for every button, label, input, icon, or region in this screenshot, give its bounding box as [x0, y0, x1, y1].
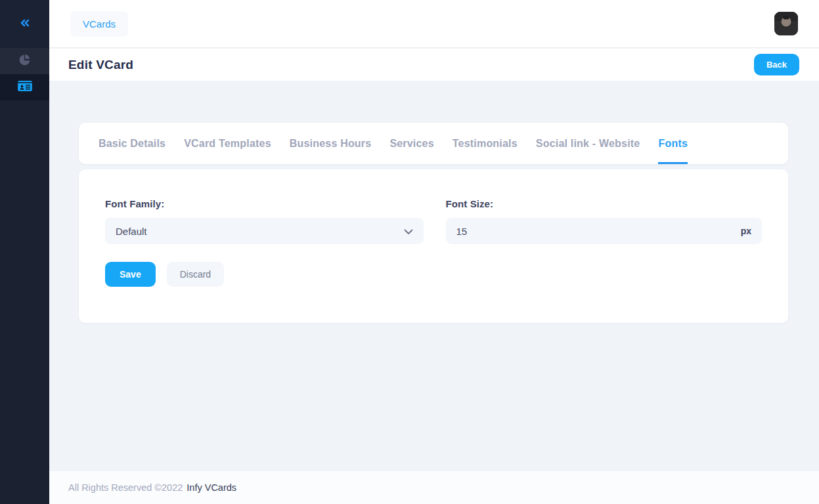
font-size-field-wrap: px: [446, 218, 763, 244]
footer-brand-link[interactable]: Infy VCards: [187, 482, 236, 493]
chevron-down-icon: [404, 226, 413, 237]
sidebar-item-dashboard[interactable]: [0, 48, 49, 74]
topbar: VCards: [49, 0, 819, 48]
font-size-unit: px: [741, 226, 751, 236]
pie-chart-icon: [18, 54, 31, 69]
back-button[interactable]: Back: [754, 54, 799, 75]
vcard-icon: [18, 80, 32, 94]
page-title: Edit VCard: [68, 58, 133, 72]
sidebar-item-vcards[interactable]: [0, 74, 49, 100]
discard-button[interactable]: Discard: [167, 262, 224, 287]
footer-rights-text: All Rights Reserved ©2022: [68, 482, 183, 493]
font-family-selected-value: Default: [116, 226, 404, 237]
tab-social-link-website[interactable]: Social link - Website: [536, 123, 640, 164]
tabs-bar: Basic Details VCard Templates Business H…: [79, 123, 788, 164]
sidebar-collapse-button[interactable]: [0, 0, 49, 48]
page-header: Edit VCard Back: [49, 49, 819, 81]
font-size-input[interactable]: [456, 226, 741, 237]
tab-business-hours[interactable]: Business Hours: [290, 123, 372, 164]
font-family-select[interactable]: Default: [105, 218, 424, 244]
save-button[interactable]: Save: [105, 262, 156, 287]
tab-basic-details[interactable]: Basic Details: [99, 123, 166, 164]
font-family-label: Font Family:: [105, 198, 424, 209]
user-avatar[interactable]: [774, 12, 798, 35]
tab-vcard-templates[interactable]: VCard Templates: [184, 123, 271, 164]
footer: All Rights Reserved ©2022 Infy VCards: [49, 471, 819, 504]
tab-fonts[interactable]: Fonts: [658, 123, 688, 164]
main-content: Basic Details VCard Templates Business H…: [49, 81, 819, 471]
tab-testimonials[interactable]: Testimonials: [453, 123, 518, 164]
sidebar: [0, 0, 49, 504]
font-size-label: Font Size:: [446, 198, 763, 209]
breadcrumb-vcards[interactable]: VCards: [70, 11, 128, 37]
tab-services[interactable]: Services: [389, 123, 433, 164]
chevrons-left-icon: [18, 16, 32, 32]
fonts-form-card: Font Family: Default Font Size: px: [79, 169, 788, 323]
